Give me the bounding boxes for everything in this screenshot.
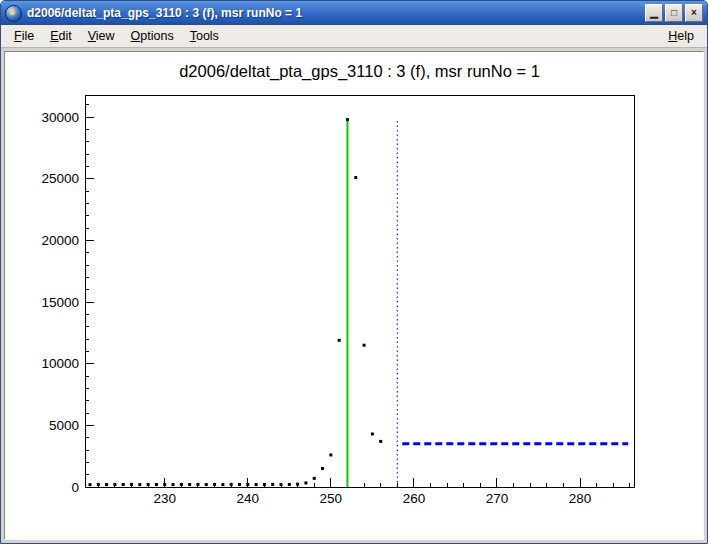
data-point: [188, 483, 191, 486]
data-point: [147, 483, 150, 486]
y-tick-label: 10000: [41, 356, 79, 371]
maximize-icon: □: [671, 7, 677, 18]
x-tick-label: 250: [320, 491, 343, 506]
data-point: [88, 483, 91, 486]
musrview-window: d2006/deltat_pta_gps_3110 : 3 (f), msr r…: [0, 0, 708, 544]
close-button[interactable]: ×: [685, 4, 703, 22]
data-point: [379, 440, 382, 443]
window-title: d2006/deltat_pta_gps_3110 : 3 (f), msr r…: [27, 6, 640, 20]
menu-item-tools[interactable]: Tools: [182, 27, 227, 45]
y-tick-label: 0: [71, 480, 79, 495]
data-point: [97, 483, 100, 486]
titlebar[interactable]: d2006/deltat_pta_gps_3110 : 3 (f), msr r…: [1, 1, 707, 25]
x-tick-label: 270: [486, 491, 509, 506]
data-point: [296, 483, 299, 486]
data-point: [213, 483, 216, 486]
data-point: [263, 483, 266, 486]
data-point: [205, 483, 208, 486]
data-point: [230, 483, 233, 486]
window-buttons: ▁□×: [645, 4, 703, 22]
minimize-icon: ▁: [650, 7, 658, 18]
data-point: [354, 176, 357, 179]
menu-item-edit[interactable]: Edit: [42, 27, 80, 45]
data-point: [304, 481, 307, 484]
menu-item-options[interactable]: Options: [123, 27, 182, 45]
x-tick-label: 240: [237, 491, 260, 506]
data-point: [172, 483, 175, 486]
data-point: [280, 483, 283, 486]
data-point: [346, 118, 349, 121]
y-tick-label: 30000: [41, 110, 79, 125]
data-point: [255, 483, 258, 486]
x-tick-label: 260: [403, 491, 426, 506]
data-point: [155, 483, 158, 486]
data-point: [271, 483, 274, 486]
plot-svg[interactable]: d2006/deltat_pta_gps_3110 : 3 (f), msr r…: [5, 52, 703, 539]
data-point: [371, 432, 374, 435]
data-point: [321, 467, 324, 470]
data-point: [329, 453, 332, 456]
data-point: [130, 483, 133, 486]
data-point: [122, 483, 125, 486]
y-tick-label: 25000: [41, 171, 79, 186]
y-tick-label: 15000: [41, 295, 79, 310]
data-point: [113, 483, 116, 486]
close-icon: ×: [691, 7, 697, 18]
plot-title: d2006/deltat_pta_gps_3110 : 3 (f), msr r…: [179, 62, 540, 81]
y-tick-label: 5000: [49, 418, 79, 433]
root-canvas[interactable]: d2006/deltat_pta_gps_3110 : 3 (f), msr r…: [4, 51, 704, 540]
plot-frame: [85, 95, 634, 487]
data-point: [163, 483, 166, 486]
minimize-button[interactable]: ▁: [645, 4, 663, 22]
data-point: [105, 483, 108, 486]
data-point: [196, 483, 199, 486]
x-tick-label: 280: [569, 491, 592, 506]
data-point: [313, 477, 316, 480]
menubar-right: Help: [660, 27, 702, 45]
data-point: [246, 483, 249, 486]
y-tick-label: 20000: [41, 233, 79, 248]
menubar: FileEditViewOptionsTools Help: [1, 25, 707, 48]
app-icon: [5, 5, 22, 22]
menubar-left: FileEditViewOptionsTools: [6, 27, 660, 45]
menu-item-file[interactable]: File: [6, 27, 42, 45]
x-tick-label: 230: [153, 491, 176, 506]
data-point: [221, 483, 224, 486]
data-point: [180, 483, 183, 486]
data-point: [238, 483, 241, 486]
maximize-button[interactable]: □: [665, 4, 683, 22]
data-point: [138, 483, 141, 486]
data-point: [363, 344, 366, 347]
data-point: [288, 483, 291, 486]
menu-item-help[interactable]: Help: [660, 27, 702, 45]
menu-item-view[interactable]: View: [80, 27, 123, 45]
data-point: [338, 339, 341, 342]
